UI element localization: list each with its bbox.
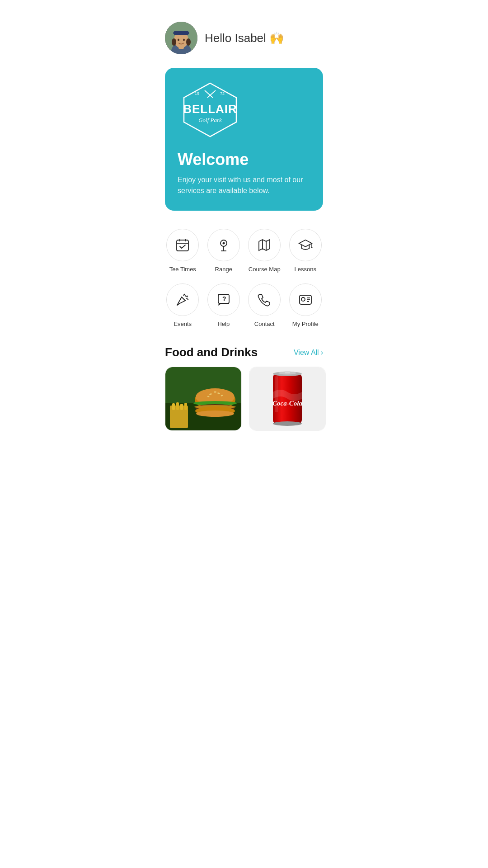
- service-lessons[interactable]: Lessons: [286, 225, 325, 276]
- service-tee-times[interactable]: Tee Times: [163, 225, 202, 276]
- course-map-label: Course Map: [249, 266, 281, 273]
- party-popper-icon: [175, 292, 190, 307]
- lessons-label: Lessons: [295, 266, 316, 273]
- tee-times-icon-wrap: [166, 229, 199, 261]
- food-cards-list: Coca-Cola: [156, 367, 332, 440]
- header: Hello Isabel 🙌: [156, 0, 332, 63]
- food-section-title: Food and Drinks: [165, 345, 258, 359]
- svg-point-8: [183, 39, 185, 41]
- my-profile-label: My Profile: [292, 321, 319, 327]
- svg-point-31: [187, 296, 188, 297]
- svg-point-30: [184, 294, 185, 295]
- svg-rect-18: [177, 240, 188, 251]
- avatar[interactable]: [165, 22, 197, 54]
- view-all-button[interactable]: View All ›: [294, 349, 323, 357]
- svg-text:72: 72: [220, 91, 225, 96]
- svg-point-29: [311, 247, 312, 248]
- svg-text:BELLAIR: BELLAIR: [183, 102, 237, 116]
- cola-image: Coca-Cola: [265, 367, 310, 430]
- service-help[interactable]: ? Help: [204, 280, 244, 331]
- range-icon-wrap: [207, 229, 240, 261]
- help-label: Help: [217, 321, 230, 327]
- svg-marker-27: [299, 240, 312, 247]
- page: Hello Isabel 🙌 19 72 BELLAIR Golf Park W…: [156, 0, 332, 467]
- help-icon-wrap: ?: [207, 283, 240, 316]
- svg-point-32: [188, 299, 188, 300]
- welcome-title: Welcome: [178, 150, 310, 169]
- chevron-right-icon: ›: [321, 349, 323, 357]
- phone-icon: [257, 292, 272, 307]
- svg-rect-43: [172, 403, 175, 410]
- brand-logo: 19 72 BELLAIR Golf Park: [178, 80, 310, 141]
- events-label: Events: [174, 321, 192, 327]
- bottom-spacer: [156, 440, 332, 467]
- events-icon-wrap: [166, 283, 199, 316]
- svg-point-9: [172, 38, 176, 46]
- food-card-burger[interactable]: [165, 367, 242, 431]
- services-grid: Tee Times Range: [156, 222, 332, 342]
- greeting-text: Hello Isabel 🙌: [205, 31, 284, 45]
- svg-point-10: [186, 38, 191, 46]
- golf-pin-icon: [216, 238, 231, 252]
- service-range[interactable]: Range: [204, 225, 244, 276]
- svg-rect-6: [174, 31, 188, 35]
- svg-text:?: ?: [222, 295, 226, 302]
- map-icon: [257, 238, 272, 252]
- svg-point-36: [301, 297, 305, 301]
- svg-text:Golf Park: Golf Park: [198, 117, 222, 123]
- graduation-cap-icon: [298, 238, 313, 252]
- burger-image: [165, 367, 241, 430]
- svg-rect-65: [275, 376, 278, 412]
- profile-card-icon: [298, 292, 313, 307]
- lessons-icon-wrap: [289, 229, 322, 261]
- svg-point-58: [196, 410, 234, 417]
- my-profile-icon-wrap: [289, 283, 322, 316]
- svg-point-7: [178, 39, 179, 41]
- food-section-header: Food and Drinks View All ›: [156, 342, 332, 367]
- service-events[interactable]: Events: [163, 280, 202, 331]
- tee-times-label: Tee Times: [169, 266, 196, 273]
- calendar-check-icon: [175, 238, 190, 252]
- question-chat-icon: ?: [216, 292, 231, 307]
- svg-point-25: [222, 242, 225, 245]
- welcome-card: 19 72 BELLAIR Golf Park Welcome Enjoy yo…: [165, 68, 323, 211]
- contact-icon-wrap: [248, 283, 281, 316]
- food-card-cola[interactable]: Coca-Cola: [249, 367, 326, 431]
- range-label: Range: [215, 266, 232, 273]
- course-map-icon-wrap: [248, 229, 281, 261]
- svg-point-51: [214, 392, 216, 393]
- svg-rect-44: [176, 402, 179, 410]
- svg-point-63: [273, 421, 302, 426]
- service-course-map[interactable]: Course Map: [245, 225, 284, 276]
- svg-rect-45: [180, 404, 183, 410]
- welcome-description: Enjoy your visit with us and most of our…: [178, 175, 310, 196]
- contact-label: Contact: [254, 321, 275, 327]
- svg-rect-62: [285, 371, 290, 373]
- service-my-profile[interactable]: My Profile: [286, 280, 325, 331]
- svg-rect-46: [184, 403, 187, 410]
- service-contact[interactable]: Contact: [245, 280, 284, 331]
- view-all-label: View All: [294, 349, 319, 357]
- svg-text:19: 19: [195, 91, 199, 96]
